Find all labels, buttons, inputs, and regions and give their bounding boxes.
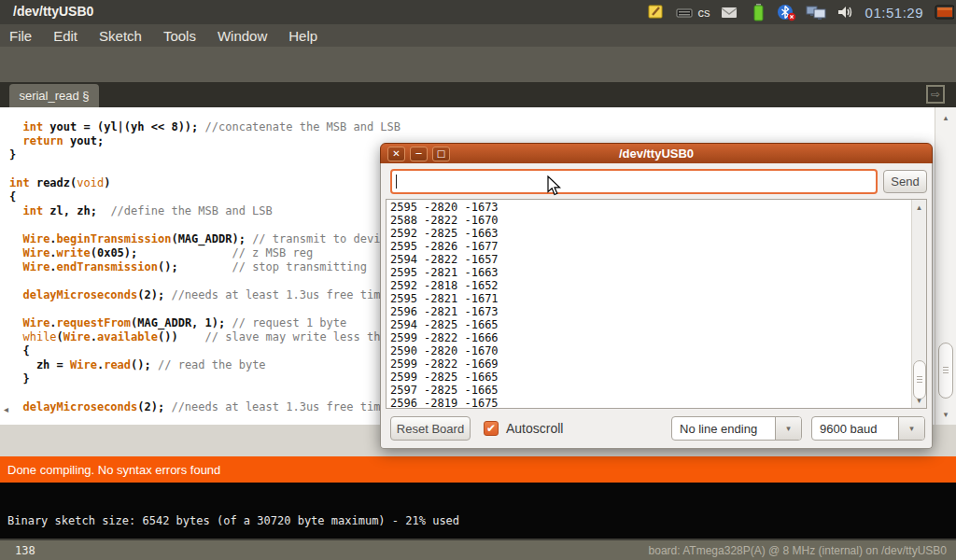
- scroll-down-icon[interactable]: ▾: [935, 410, 956, 419]
- dropdown-arrow-icon[interactable]: ▾: [775, 417, 801, 440]
- serial-output-area: 2595 -2820 -16732588 -2822 -16702592 -28…: [386, 199, 927, 409]
- code-line: {: [9, 190, 401, 204]
- menu-item-window[interactable]: Window: [218, 28, 267, 44]
- autoscroll-label: Autoscroll: [506, 421, 563, 436]
- scroll-up-icon[interactable]: ▴: [935, 113, 956, 122]
- serial-monitor-window: ✕ ─ □ /dev/ttyUSB0 Send 2595 -2820 -1673…: [380, 143, 933, 449]
- menu-item-file[interactable]: File: [9, 28, 32, 44]
- serial-scrollbar[interactable]: ▴ ▾: [911, 200, 926, 408]
- code-line: [9, 218, 401, 232]
- serial-output-line: 2594 -2822 -1657: [390, 253, 499, 266]
- baud-rate-dropdown[interactable]: 9600 baud ▾: [811, 416, 925, 441]
- code-line: }: [9, 372, 401, 386]
- compile-status-bar: Done compiling. No syntax errors found: [0, 456, 956, 483]
- code-line: }: [9, 148, 401, 162]
- code-line: Wire.beginTransmission(MAG_ADDR); // tra…: [9, 232, 401, 246]
- volume-icon[interactable]: [835, 3, 855, 21]
- serial-output-line: 2595 -2821 -1671: [390, 292, 499, 305]
- code-line: Wire.write(0x05); // z MSB reg: [9, 246, 401, 260]
- code-line: int yout = (yl|(yh << 8)); //concatenate…: [9, 120, 401, 134]
- mail-icon[interactable]: [719, 3, 739, 21]
- hscroll-left-arrow-icon[interactable]: ◂: [4, 404, 8, 414]
- code-line: Wire.endTransmission(); // stop transmit…: [9, 260, 401, 274]
- serial-output-line: 2599 -2822 -1669: [390, 357, 499, 371]
- serial-output-line: 2590 -2820 -1670: [390, 344, 499, 357]
- serial-output-line: 2594 -2825 -1665: [390, 318, 499, 331]
- serial-scrollbar-thumb[interactable]: [913, 360, 926, 399]
- menubar: FileEditSketchToolsWindowHelp: [0, 24, 956, 47]
- power-icon[interactable]: [934, 3, 954, 21]
- serial-output-line: 2595 -2826 -1677: [390, 240, 499, 253]
- send-button[interactable]: Send: [883, 170, 927, 193]
- editor-scrollbar-thumb[interactable]: [938, 343, 953, 399]
- code-line: int readz(void): [9, 176, 401, 190]
- mouse-cursor: [547, 175, 562, 202]
- serial-window-title: /dev/ttyUSB0: [381, 147, 932, 161]
- editor-scrollbar[interactable]: ▴ ▾: [935, 107, 956, 425]
- serial-output-line: 2599 -2825 -1665: [390, 371, 499, 384]
- code-line: while(Wire.available()) // slave may wri…: [9, 330, 401, 344]
- keyboard-icon[interactable]: [674, 3, 695, 21]
- menu-item-sketch[interactable]: Sketch: [99, 28, 142, 44]
- code-line: delayMicroseconds(2); //needs at least 1…: [9, 400, 401, 414]
- serial-send-input[interactable]: [390, 169, 878, 194]
- text-caret: [396, 175, 397, 189]
- serial-output-line: 2595 -2820 -1673: [390, 201, 499, 214]
- serial-output-line: 2588 -2822 -1670: [390, 214, 499, 227]
- board-info: board: ATmega328P(A) @ 8 MHz (internal) …: [649, 544, 947, 557]
- code-line: int zl, zh; //define the MSB and LSB: [9, 204, 401, 218]
- compile-status-message: Done compiling. No syntax errors found: [7, 463, 220, 477]
- dropdown-arrow-icon[interactable]: ▾: [898, 417, 924, 440]
- serial-output-line: 2597 -2825 -1665: [390, 384, 499, 397]
- menu-item-help[interactable]: Help: [288, 28, 317, 44]
- code-line: return yout;: [9, 134, 401, 148]
- menu-item-edit[interactable]: Edit: [53, 28, 77, 44]
- bluetooth-icon[interactable]: [777, 3, 797, 21]
- serial-window-body: Send 2595 -2820 -16732588 -2822 -1670259…: [380, 163, 933, 449]
- serial-output-line: 2595 -2821 -1663: [390, 266, 499, 279]
- toolbar: ▷ ⇧ ⇩ ⇨: [0, 47, 956, 82]
- serial-window-titlebar[interactable]: ✕ ─ □ /dev/ttyUSB0: [380, 143, 933, 164]
- menu-item-tools[interactable]: Tools: [163, 28, 196, 44]
- serial-output-line: 2592 -2825 -1663: [390, 227, 499, 240]
- desktop: /dev/ttyUSB0 cs 01:51:: [0, 0, 956, 560]
- note-icon[interactable]: [645, 3, 666, 21]
- system-tray: cs 01:51:29: [645, 0, 954, 24]
- code-text: int yout = (yl|(yh << 8)); //concatenate…: [9, 120, 401, 414]
- tab-menu-button[interactable]: ⇨: [926, 85, 945, 104]
- window-title: /dev/ttyUSB0: [13, 4, 93, 19]
- console-output: Binary sketch size: 6542 bytes (of a 307…: [7, 514, 459, 527]
- code-line: [9, 162, 401, 176]
- serial-output-line: 2596 -2819 -1675: [390, 397, 499, 410]
- serial-output-line: 2592 -2818 -1652: [390, 279, 499, 292]
- code-line: [9, 274, 401, 288]
- clock[interactable]: 01:51:29: [865, 5, 923, 21]
- code-line: zh = Wire.read(); // read the byte: [9, 358, 401, 372]
- code-line: [9, 302, 401, 316]
- line-ending-dropdown[interactable]: No line ending ▾: [671, 416, 802, 441]
- code-line: {: [9, 344, 401, 358]
- system-titlebar: /dev/ttyUSB0 cs 01:51:: [0, 0, 956, 24]
- build-console: Binary sketch size: 6542 bytes (of a 307…: [0, 483, 956, 539]
- statusbar: 138 board: ATmega328P(A) @ 8 MHz (intern…: [0, 539, 956, 560]
- tab-menu-icon: ⇨: [931, 88, 940, 101]
- network-icon[interactable]: [806, 3, 826, 21]
- battery-icon[interactable]: [748, 3, 768, 21]
- cursor-line-number: 138: [15, 544, 35, 557]
- keyboard-layout-label[interactable]: cs: [698, 6, 710, 20]
- serial-output-lines: 2595 -2820 -16732588 -2822 -16702592 -28…: [390, 201, 499, 410]
- scroll-down-icon[interactable]: ▾: [912, 396, 926, 405]
- reset-board-button[interactable]: Reset Board: [390, 416, 471, 441]
- serial-output-line: 2596 -2821 -1673: [390, 305, 499, 318]
- tab-serial-read[interactable]: serial_read §: [9, 84, 99, 107]
- tab-strip: serial_read § ⇨: [0, 82, 956, 107]
- scroll-up-icon[interactable]: ▴: [912, 203, 926, 212]
- code-line: Wire.requestFrom(MAG_ADDR, 1); // reques…: [9, 316, 401, 330]
- code-line: delayMicroseconds(2); //needs at least 1…: [9, 288, 401, 302]
- serial-output-line: 2599 -2822 -1666: [390, 331, 499, 344]
- autoscroll-checkbox[interactable]: ✔: [484, 421, 499, 436]
- check-icon: ✔: [486, 422, 496, 435]
- serial-controls-row: Reset Board ✔ Autoscroll No line ending …: [381, 415, 932, 441]
- code-line: [9, 386, 401, 400]
